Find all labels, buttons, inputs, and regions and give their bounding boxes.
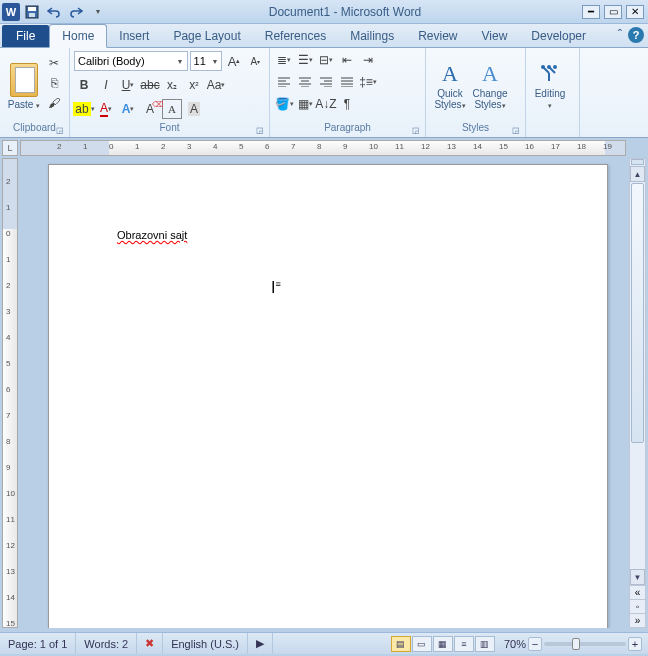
cut-icon[interactable]: ✂ xyxy=(44,53,64,73)
shrink-font-icon[interactable]: A▾ xyxy=(246,51,265,71)
zoom-out-button[interactable]: − xyxy=(528,637,542,651)
text-effects-button[interactable]: A▾ xyxy=(118,99,138,119)
copy-icon[interactable]: ⎘ xyxy=(44,73,64,93)
bullets-button[interactable]: ≣▾ xyxy=(274,50,294,70)
character-shading-button[interactable]: A xyxy=(184,99,204,119)
web-layout-view-button[interactable]: ▦ xyxy=(433,636,453,652)
maximize-button[interactable]: ▭ xyxy=(604,5,622,19)
horizontal-ruler[interactable]: 21012345678910111213141516171819 xyxy=(20,140,626,156)
redo-icon[interactable] xyxy=(66,2,86,22)
quick-styles-button[interactable]: A Quick Styles▾ xyxy=(430,60,470,112)
word-count-status[interactable]: Words: 2 xyxy=(76,633,137,654)
clipboard-launcher-icon[interactable]: ◲ xyxy=(55,126,65,136)
scroll-down-icon[interactable]: ▼ xyxy=(630,569,645,585)
macro-icon: ▶ xyxy=(256,637,264,650)
increase-indent-button[interactable]: ⇥ xyxy=(358,50,378,70)
document-page[interactable]: Obrazovni sajt I≡ xyxy=(48,164,608,628)
tab-home[interactable]: Home xyxy=(49,24,107,48)
help-icon[interactable]: ? xyxy=(628,27,644,43)
zoom-slider-thumb[interactable] xyxy=(572,638,580,650)
scroll-thumb[interactable] xyxy=(631,183,644,443)
split-handle[interactable] xyxy=(631,159,644,165)
next-page-icon[interactable]: » xyxy=(630,613,645,627)
format-painter-icon[interactable]: 🖌 xyxy=(44,93,64,113)
show-marks-button[interactable]: ¶ xyxy=(337,94,357,114)
zoom-in-button[interactable]: + xyxy=(628,637,642,651)
tab-insert[interactable]: Insert xyxy=(107,25,161,47)
justify-button[interactable] xyxy=(337,72,357,92)
browse-object-icon[interactable]: ◦ xyxy=(630,599,645,613)
undo-icon[interactable] xyxy=(44,2,64,22)
tab-view[interactable]: View xyxy=(470,25,520,47)
strikethrough-button[interactable]: abc xyxy=(140,75,160,95)
quick-access-toolbar: W ▼ xyxy=(0,2,108,22)
group-paragraph: ≣▾ ☰▾ ⊟▾ ⇤ ⇥ ‡≡▾ 🪣▾ ▦▾ A↓Z ¶ Paragraph◲ xyxy=(270,48,426,137)
clipboard-group-label: Clipboard xyxy=(13,122,56,133)
tab-developer[interactable]: Developer xyxy=(519,25,598,47)
svg-point-19 xyxy=(547,65,551,69)
print-layout-view-button[interactable]: ▤ xyxy=(391,636,411,652)
font-name-combo[interactable]: Calibri (Body)▼ xyxy=(74,51,188,71)
paragraph-group-label: Paragraph xyxy=(324,122,371,133)
tab-review[interactable]: Review xyxy=(406,25,469,47)
page-number-status[interactable]: Page: 1 of 1 xyxy=(0,633,76,654)
line-spacing-button[interactable]: ‡≡▾ xyxy=(358,72,378,92)
paste-button[interactable]: Paste ▾ xyxy=(4,50,44,122)
borders-button[interactable]: ▦▾ xyxy=(295,94,315,114)
numbering-button[interactable]: ☰▾ xyxy=(295,50,315,70)
draft-view-button[interactable]: ▥ xyxy=(475,636,495,652)
subscript-button[interactable]: x₂ xyxy=(162,75,182,95)
word-app-icon[interactable]: W xyxy=(2,3,20,21)
tab-selector[interactable]: L xyxy=(2,140,18,156)
outline-view-button[interactable]: ≡ xyxy=(454,636,474,652)
align-left-button[interactable] xyxy=(274,72,294,92)
decrease-indent-button[interactable]: ⇤ xyxy=(337,50,357,70)
font-size-combo[interactable]: 11▼ xyxy=(190,51,223,71)
shading-button[interactable]: 🪣▾ xyxy=(274,94,294,114)
document-text[interactable]: Obrazovni sajt xyxy=(117,229,187,241)
editing-button[interactable]: Editing▾ xyxy=(530,50,570,122)
font-color-button[interactable]: A▾ xyxy=(96,99,116,119)
full-screen-view-button[interactable]: ▭ xyxy=(412,636,432,652)
font-launcher-icon[interactable]: ◲ xyxy=(255,126,265,136)
change-styles-button[interactable]: A Change Styles▾ xyxy=(470,60,510,112)
save-icon[interactable] xyxy=(22,2,42,22)
change-case-button[interactable]: Aa▾ xyxy=(206,75,226,95)
grow-font-icon[interactable]: A▴ xyxy=(224,51,243,71)
zoom-level[interactable]: 70% xyxy=(504,638,526,650)
minimize-ribbon-icon[interactable]: ˆ xyxy=(618,27,622,43)
superscript-button[interactable]: x² xyxy=(184,75,204,95)
italic-button[interactable]: I xyxy=(96,75,116,95)
paste-label: Paste xyxy=(8,99,34,110)
document-viewport[interactable]: Obrazovni sajt I≡ xyxy=(20,158,626,628)
proofing-status[interactable]: ✖ xyxy=(137,633,163,654)
multilevel-list-button[interactable]: ⊟▾ xyxy=(316,50,336,70)
underline-button[interactable]: U▾ xyxy=(118,75,138,95)
paragraph-launcher-icon[interactable]: ◲ xyxy=(411,126,421,136)
vertical-scrollbar[interactable]: ▲ ▼ « ◦ » xyxy=(629,158,646,628)
paste-icon xyxy=(10,63,38,97)
sort-button[interactable]: A↓Z xyxy=(316,94,336,114)
character-border-button[interactable]: A xyxy=(162,99,182,119)
tab-references[interactable]: References xyxy=(253,25,338,47)
macro-status[interactable]: ▶ xyxy=(248,633,273,654)
language-status[interactable]: English (U.S.) xyxy=(163,633,248,654)
zoom-slider[interactable] xyxy=(544,642,626,646)
ribbon: Paste ▾ ✂ ⎘ 🖌 Clipboard◲ Calibri (Body)▼… xyxy=(0,48,648,138)
align-center-button[interactable] xyxy=(295,72,315,92)
status-bar: Page: 1 of 1 Words: 2 ✖ English (U.S.) ▶… xyxy=(0,632,648,654)
styles-launcher-icon[interactable]: ◲ xyxy=(511,126,521,136)
minimize-button[interactable]: ━ xyxy=(582,5,600,19)
highlight-button[interactable]: ab▾ xyxy=(74,99,94,119)
qat-customize-icon[interactable]: ▼ xyxy=(88,2,108,22)
align-right-button[interactable] xyxy=(316,72,336,92)
scroll-up-icon[interactable]: ▲ xyxy=(630,166,645,182)
bold-button[interactable]: B xyxy=(74,75,94,95)
close-button[interactable]: ✕ xyxy=(626,5,644,19)
vertical-ruler[interactable]: 21012345678910111213141516 xyxy=(2,158,18,628)
clear-formatting-button[interactable]: A⌫ xyxy=(140,99,160,119)
tab-mailings[interactable]: Mailings xyxy=(338,25,406,47)
prev-page-icon[interactable]: « xyxy=(630,585,645,599)
tab-page-layout[interactable]: Page Layout xyxy=(161,25,252,47)
file-tab[interactable]: File xyxy=(2,25,49,47)
